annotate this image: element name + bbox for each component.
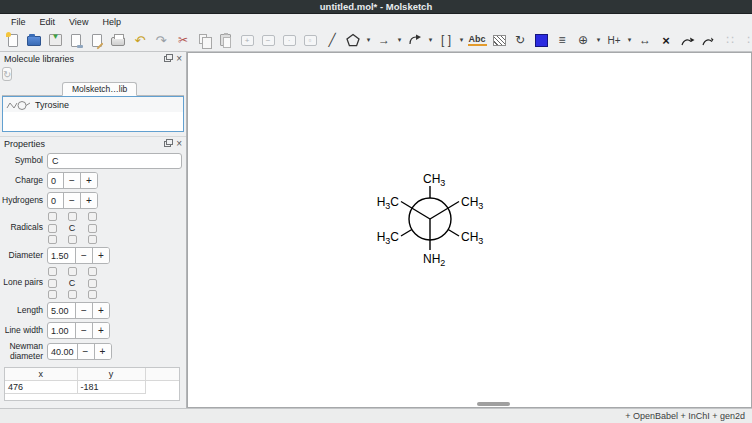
- atom-label-ch3-lower-right[interactable]: CH3: [461, 230, 483, 246]
- refresh-library-button[interactable]: ↻: [2, 67, 12, 81]
- newman-diameter-decrement-button[interactable]: −: [77, 344, 94, 359]
- line-width-value[interactable]: 1.00: [48, 323, 75, 338]
- hydrogens-value[interactable]: 0: [48, 193, 63, 208]
- save-button[interactable]: [45, 30, 65, 50]
- charge-value[interactable]: 0: [48, 173, 63, 188]
- line-width-label: Line width: [2, 326, 43, 336]
- close-dock-icon[interactable]: ×: [176, 139, 182, 149]
- line-width-increment-button[interactable]: +: [92, 323, 109, 338]
- export-button[interactable]: [87, 30, 107, 50]
- atom-label-nh2-bottom[interactable]: NH2: [423, 252, 445, 268]
- hydrogens-increment-button[interactable]: +: [80, 193, 97, 208]
- charge-tool-button[interactable]: ⊕: [573, 30, 593, 50]
- radical-checkbox[interactable]: [88, 224, 97, 233]
- column-header-x[interactable]: x: [5, 368, 77, 381]
- close-dock-icon[interactable]: ×: [176, 54, 182, 64]
- line-width-button[interactable]: ≡: [552, 30, 572, 50]
- lone-pair-checkbox[interactable]: [88, 290, 97, 299]
- radical-checkbox[interactable]: [88, 212, 97, 221]
- diameter-increment-button[interactable]: +: [92, 248, 109, 263]
- lone-pair-checkbox[interactable]: [68, 290, 77, 299]
- lone-pair-checkbox[interactable]: [68, 267, 77, 276]
- length-value[interactable]: 5.00: [48, 303, 75, 318]
- lone-pair-checkbox[interactable]: [48, 267, 57, 276]
- newman-diameter-value[interactable]: 40.00: [48, 344, 77, 359]
- lone-pair-checkbox[interactable]: [48, 290, 57, 299]
- length-decrement-button[interactable]: −: [75, 303, 92, 318]
- float-dock-icon[interactable]: [164, 56, 171, 62]
- save-as-button[interactable]: [66, 30, 86, 50]
- charge-decrement-button[interactable]: −: [63, 173, 80, 188]
- hydrogens-tool-button[interactable]: H+: [604, 30, 624, 50]
- bracket-tool-dropdown[interactable]: ▾: [457, 30, 466, 50]
- zoom-out-button[interactable]: −: [258, 30, 278, 50]
- menu-edit[interactable]: Edit: [33, 14, 63, 29]
- symbol-input[interactable]: [47, 153, 182, 169]
- molecule-newman-projection[interactable]: CH3 H3C CH3 H3C CH3 NH2: [338, 153, 528, 288]
- zoom-fit-button[interactable]: ▫: [300, 30, 320, 50]
- menu-help[interactable]: Help: [95, 14, 128, 29]
- hatch-tool-button[interactable]: [489, 30, 509, 50]
- hydrogens-tool-dropdown[interactable]: ▾: [625, 30, 634, 50]
- list-item-tyrosine[interactable]: Tyrosine: [3, 97, 183, 112]
- charge-increment-button[interactable]: +: [80, 173, 97, 188]
- open-file-button[interactable]: [24, 30, 44, 50]
- menu-view[interactable]: View: [62, 14, 95, 29]
- charge-tool-dropdown[interactable]: ▾: [594, 30, 603, 50]
- radical-checkbox[interactable]: [48, 212, 57, 221]
- lone-pair-checkbox[interactable]: [48, 279, 57, 288]
- reaction-arrow-dropdown[interactable]: ▾: [395, 30, 404, 50]
- draw-tool-button[interactable]: ╱: [322, 30, 342, 50]
- atom-label-h3c-upper-left[interactable]: H3C: [377, 195, 400, 211]
- newman-diameter-increment-button[interactable]: +: [94, 344, 111, 359]
- length-increment-button[interactable]: +: [92, 303, 109, 318]
- cut-button[interactable]: ✂: [173, 30, 193, 50]
- flip-tool-button[interactable]: ↔: [635, 30, 655, 50]
- column-header-y[interactable]: y: [77, 368, 145, 381]
- coordinate-y-cell[interactable]: -181: [77, 381, 145, 394]
- ring-tool-dropdown[interactable]: ▾: [364, 30, 373, 50]
- reaction-arrow-button[interactable]: →: [374, 30, 394, 50]
- print-button[interactable]: [108, 30, 128, 50]
- radical-checkbox[interactable]: [68, 235, 77, 244]
- zoom-in-button[interactable]: +: [237, 30, 257, 50]
- copy-button[interactable]: [194, 30, 214, 50]
- lone-pair-checkbox[interactable]: [88, 267, 97, 276]
- delete-tool-button[interactable]: ×: [656, 30, 676, 50]
- radical-checkbox[interactable]: [68, 212, 77, 221]
- coordinate-x-cell[interactable]: 476: [5, 381, 77, 394]
- bracket-tool-button[interactable]: [ ]: [436, 30, 456, 50]
- curved-arrow-button[interactable]: [405, 30, 425, 50]
- radical-checkbox[interactable]: [88, 235, 97, 244]
- hydrogens-decrement-button[interactable]: −: [63, 193, 80, 208]
- undo-button[interactable]: ↶: [130, 30, 150, 50]
- radical-checkbox[interactable]: [48, 224, 57, 233]
- text-tool-button[interactable]: Abc: [467, 30, 487, 50]
- atom-label-h3c-lower-left[interactable]: H3C: [377, 230, 400, 246]
- new-file-button[interactable]: [3, 30, 23, 50]
- canvas[interactable]: CH3 H3C CH3 H3C CH3 NH2: [187, 52, 752, 408]
- redo-button[interactable]: ↷: [151, 30, 171, 50]
- color-picker-button[interactable]: [531, 30, 551, 50]
- paste-button[interactable]: [215, 30, 235, 50]
- line-width-decrement-button[interactable]: −: [75, 323, 92, 338]
- zoom-original-button[interactable]: ·: [279, 30, 299, 50]
- rotate-tool-button[interactable]: ↻: [510, 30, 530, 50]
- diameter-decrement-button[interactable]: −: [75, 248, 92, 263]
- structure-tool-1-button[interactable]: ∷: [720, 30, 740, 50]
- radical-checkbox[interactable]: [48, 235, 57, 244]
- canvas-horizontal-scrollbar-thumb[interactable]: [477, 402, 510, 406]
- molecule-library-list[interactable]: Tyrosine: [2, 96, 184, 132]
- menu-file[interactable]: File: [4, 14, 33, 29]
- atom-label-ch3-top[interactable]: CH3: [423, 172, 445, 188]
- tab-molsketch-lib[interactable]: Molsketch…lib: [62, 82, 137, 96]
- mechanism-arrow-1-button[interactable]: [677, 30, 697, 50]
- diameter-value[interactable]: 1.50: [48, 248, 75, 263]
- structure-tool-2-button[interactable]: ∷: [741, 30, 752, 50]
- float-dock-icon[interactable]: [164, 141, 171, 147]
- atom-label-ch3-upper-right[interactable]: CH3: [461, 195, 483, 211]
- ring-tool-button[interactable]: [343, 30, 363, 50]
- lone-pair-checkbox[interactable]: [88, 279, 97, 288]
- curved-arrow-dropdown[interactable]: ▾: [426, 30, 435, 50]
- mechanism-arrow-2-button[interactable]: [698, 30, 718, 50]
